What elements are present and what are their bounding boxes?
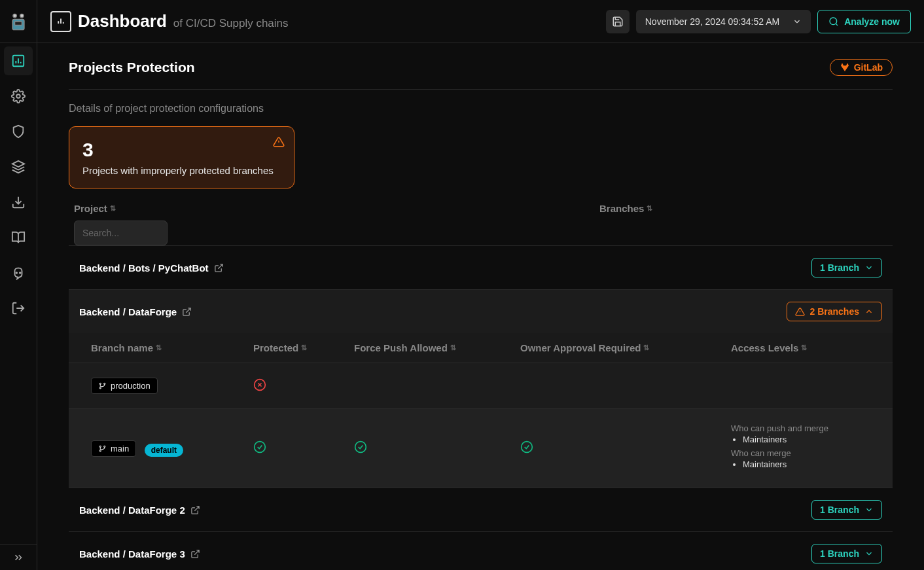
- summary-card[interactable]: 3 Projects with improperly protected bra…: [69, 126, 294, 188]
- col-project-header[interactable]: Project ⇅: [74, 203, 599, 214]
- branches-toggle[interactable]: 1 Branch: [811, 544, 882, 563]
- sidebar-item-download[interactable]: [4, 188, 33, 217]
- svg-point-6: [16, 272, 17, 274]
- project-row: Backend / DataForge 2 1 Branch: [69, 488, 893, 531]
- external-link-icon[interactable]: [190, 549, 200, 559]
- branch-row: main default: [69, 408, 893, 488]
- col-force-push[interactable]: Force Push Allowed ⇅: [354, 342, 520, 353]
- branches-toggle[interactable]: 1 Branch: [811, 500, 882, 520]
- project-name-label: Backend / DataForge 2: [79, 505, 185, 516]
- external-link-icon[interactable]: [214, 263, 224, 273]
- provider-label: GitLab: [854, 62, 883, 73]
- branch-chip: production: [91, 378, 158, 394]
- analyze-label: Analyze now: [844, 16, 900, 27]
- col-branch-name[interactable]: Branch name ⇅: [91, 342, 253, 353]
- summary-desc: Projects with improperly protected branc…: [82, 165, 281, 176]
- status-ok-icon: [354, 440, 367, 454]
- search-icon: [828, 16, 839, 27]
- sidebar-item-dashboard[interactable]: [4, 46, 33, 75]
- sidebar-item-logout[interactable]: [4, 294, 33, 323]
- status-bad-icon: [253, 378, 266, 391]
- sidebar-expand[interactable]: [0, 544, 37, 570]
- page-title: Dashboard: [78, 11, 167, 31]
- svg-point-18: [522, 442, 533, 453]
- svg-point-14: [99, 450, 101, 451]
- chevron-down-icon: [864, 505, 874, 514]
- default-badge: default: [145, 444, 183, 457]
- svg-point-16: [255, 442, 266, 453]
- branch-chip: main: [91, 440, 136, 457]
- access-levels: Who can push and merge Maintainers Who c…: [731, 423, 870, 473]
- sidebar-item-settings[interactable]: [4, 82, 33, 111]
- status-ok-icon: [520, 440, 533, 454]
- col-branches-header[interactable]: Branches ⇅: [599, 203, 887, 214]
- chevron-up-icon: [864, 307, 874, 316]
- col-owner-approval[interactable]: Owner Approval Required ⇅: [520, 342, 731, 353]
- svg-rect-3: [15, 22, 22, 25]
- sort-icon: ⇅: [647, 204, 652, 213]
- project-name-label: Backend / DataForge: [79, 306, 177, 317]
- provider-badge[interactable]: GitLab: [830, 59, 893, 76]
- sidebar-item-security[interactable]: [4, 117, 33, 146]
- svg-point-1: [20, 14, 24, 17]
- timestamp: November 29, 2024 09:34:52 AM: [645, 16, 779, 27]
- svg-point-0: [13, 14, 16, 17]
- section-subtitle: Details of project protection configurat…: [69, 103, 893, 115]
- col-access-levels[interactable]: Access Levels ⇅: [731, 342, 870, 353]
- section-title: Projects Protection: [69, 60, 195, 75]
- svg-point-13: [99, 446, 101, 447]
- dashboard-icon: [50, 11, 71, 32]
- col-protected[interactable]: Protected ⇅: [253, 342, 354, 353]
- save-button[interactable]: [606, 10, 630, 33]
- sidebar-item-layers[interactable]: [4, 152, 33, 181]
- date-picker[interactable]: November 29, 2024 09:34:52 AM: [636, 10, 811, 33]
- gitlab-icon: [840, 62, 850, 73]
- summary-count: 3: [82, 139, 281, 161]
- sidebar-item-docs[interactable]: [4, 223, 33, 252]
- external-link-icon[interactable]: [190, 505, 200, 515]
- svg-point-5: [16, 94, 20, 98]
- project-name-label: Backend / Bots / PyChatBot: [79, 262, 209, 274]
- chevron-down-icon: [864, 263, 874, 272]
- svg-point-10: [99, 387, 101, 389]
- analyze-button[interactable]: Analyze now: [817, 10, 911, 33]
- status-ok-icon: [253, 440, 266, 454]
- warning-icon: [795, 307, 805, 317]
- project-row: Backend / Bots / PyChatBot 1 Branch: [69, 245, 893, 289]
- search-input[interactable]: [74, 221, 168, 245]
- svg-point-7: [20, 272, 21, 274]
- branches-toggle[interactable]: 1 Branch: [811, 258, 882, 277]
- branch-icon: [98, 382, 107, 390]
- chevron-down-icon: [864, 549, 874, 558]
- svg-point-17: [355, 442, 366, 453]
- branch-icon: [98, 444, 107, 453]
- branch-details: Branch name ⇅ Protected ⇅ Force Push All…: [69, 333, 893, 488]
- chevron-down-icon: [792, 17, 802, 26]
- svg-point-8: [830, 18, 837, 25]
- project-row: Backend / DataForge 3 1 Branch: [69, 531, 893, 570]
- external-link-icon[interactable]: [182, 307, 192, 317]
- page-subtitle: of CI/CD Supply chains: [173, 17, 289, 30]
- sidebar-item-discord[interactable]: [4, 258, 33, 287]
- sidebar: [0, 0, 37, 570]
- warning-icon: [273, 136, 285, 151]
- branch-row: production: [69, 363, 893, 408]
- app-logo: [0, 0, 37, 43]
- svg-point-15: [104, 446, 105, 447]
- sort-icon: ⇅: [110, 204, 116, 213]
- branches-toggle[interactable]: 2 Branches: [787, 302, 882, 321]
- project-name-label: Backend / DataForge 3: [79, 548, 185, 560]
- topbar: Dashboard of CI/CD Supply chains Novembe…: [37, 0, 924, 43]
- project-row: Backend / DataForge 2 Branches: [69, 289, 893, 333]
- svg-point-11: [104, 383, 105, 384]
- svg-point-9: [99, 383, 101, 384]
